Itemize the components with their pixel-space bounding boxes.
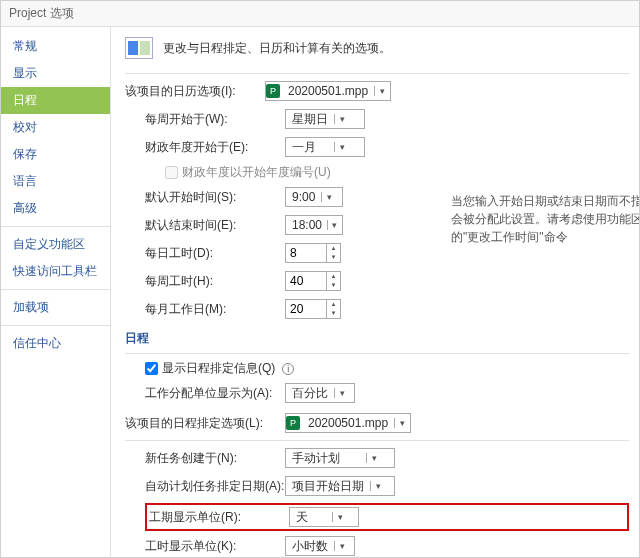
sidebar-item-addins[interactable]: 加载项 [1, 294, 110, 321]
days-month-label: 每月工作日(M): [145, 301, 285, 318]
work-unit-label: 工时显示单位(K): [145, 538, 285, 555]
chevron-down-icon[interactable]: ▾ [332, 512, 348, 522]
chevron-down-icon[interactable]: ▾ [334, 541, 350, 551]
sidebar-item-trust[interactable]: 信任中心 [1, 330, 110, 357]
fy-numbering-label: 财政年度以开始年度编号(U) [182, 164, 331, 181]
sidebar-item-schedule[interactable]: 日程 [1, 87, 110, 114]
auto-sched-combo[interactable]: 项目开始日期 ▾ [285, 476, 395, 496]
sidebar-item-qat[interactable]: 快速访问工具栏 [1, 258, 110, 285]
duration-unit-highlight: 工期显示单位(R): 天 ▾ [145, 503, 629, 531]
schedule-icon [125, 37, 153, 59]
week-start-combo[interactable]: 星期日 ▾ [285, 109, 365, 129]
hours-week-label: 每周工时(H): [145, 273, 285, 290]
chevron-down-icon[interactable]: ▾ [334, 388, 350, 398]
default-start-label: 默认开始时间(S): [145, 189, 285, 206]
sidebar-item-customize-ribbon[interactable]: 自定义功能区 [1, 231, 110, 258]
hours-day-spinner[interactable]: ▲▼ [285, 243, 341, 263]
sidebar-item-proofing[interactable]: 校对 [1, 114, 110, 141]
fy-numbering-checkbox [165, 166, 178, 179]
sidebar: 常规 显示 日程 校对 保存 语言 高级 自定义功能区 快速访问工具栏 加载项 … [1, 27, 111, 557]
default-start-combo[interactable]: 9:00 ▾ [285, 187, 343, 207]
week-start-label: 每周开始于(W): [145, 111, 285, 128]
duration-unit-label: 工期显示单位(R): [149, 509, 289, 526]
chevron-down-icon[interactable]: ▾ [334, 142, 350, 152]
days-month-spinner[interactable]: ▲▼ [285, 299, 341, 319]
chevron-down-icon[interactable]: ▾ [370, 481, 386, 491]
chevron-down-icon[interactable]: ▾ [366, 453, 382, 463]
calendar-options-label: 该项目的日历选项(I): [125, 83, 265, 100]
project-file-icon: P [286, 416, 300, 430]
window-title: Project 选项 [1, 1, 639, 27]
work-unit-combo[interactable]: 小时数 ▾ [285, 536, 355, 556]
schedule-section-label: 日程 [125, 330, 629, 347]
sched-options-label: 该项目的日程排定选项(L): [125, 415, 285, 432]
fy-start-label: 财政年度开始于(E): [145, 139, 285, 156]
sidebar-item-display[interactable]: 显示 [1, 60, 110, 87]
page-header: 更改与日程排定、日历和计算有关的选项。 [163, 40, 391, 57]
duration-unit-combo[interactable]: 天 ▾ [289, 507, 359, 527]
hours-week-spinner[interactable]: ▲▼ [285, 271, 341, 291]
help-text: 当您输入开始日期或结束日期而不指定时间时，这些时间会被分配此设置。请考虑使用功能… [451, 192, 639, 246]
show-sched-info-label: 显示日程排定信息(Q) [162, 360, 275, 377]
assign-units-label: 工作分配单位显示为(A): [145, 385, 285, 402]
default-end-label: 默认结束时间(E): [145, 217, 285, 234]
content-pane: 更改与日程排定、日历和计算有关的选项。 该项目的日历选项(I): P 20200… [111, 27, 639, 557]
chevron-down-icon[interactable]: ▾ [321, 192, 337, 202]
chevron-down-icon[interactable]: ▾ [327, 220, 342, 230]
new-tasks-combo[interactable]: 手动计划 ▾ [285, 448, 395, 468]
chevron-down-icon[interactable]: ▾ [374, 86, 390, 96]
info-icon[interactable]: i [282, 363, 294, 375]
sidebar-item-general[interactable]: 常规 [1, 33, 110, 60]
default-end-combo[interactable]: 18:00 ▾ [285, 215, 343, 235]
auto-sched-label: 自动计划任务排定日期(A): [145, 478, 285, 495]
project-file-icon: P [266, 84, 280, 98]
calendar-file-combo[interactable]: P 20200501.mpp ▾ [265, 81, 391, 101]
sidebar-item-language[interactable]: 语言 [1, 168, 110, 195]
fy-start-combo[interactable]: 一月 ▾ [285, 137, 365, 157]
sidebar-item-advanced[interactable]: 高级 [1, 195, 110, 222]
hours-day-label: 每日工时(D): [145, 245, 285, 262]
sched-options-file-combo[interactable]: P 20200501.mpp ▾ [285, 413, 411, 433]
assign-units-combo[interactable]: 百分比 ▾ [285, 383, 355, 403]
chevron-down-icon[interactable]: ▾ [394, 418, 410, 428]
sidebar-item-save[interactable]: 保存 [1, 141, 110, 168]
new-tasks-label: 新任务创建于(N): [145, 450, 285, 467]
show-sched-info-checkbox[interactable] [145, 362, 158, 375]
chevron-down-icon[interactable]: ▾ [334, 114, 350, 124]
